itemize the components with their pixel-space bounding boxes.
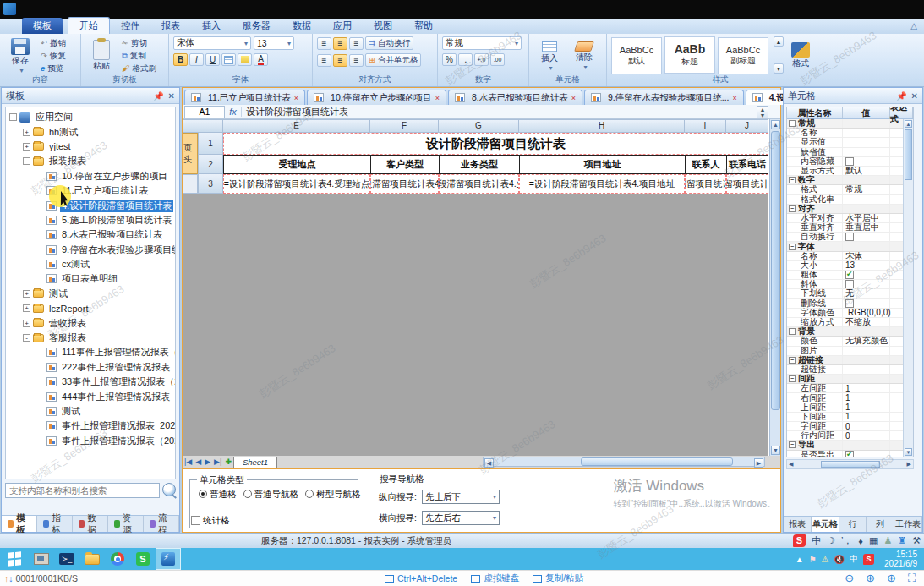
- ime-person-icon[interactable]: ♟: [883, 535, 892, 546]
- sidebar-tab-5[interactable]: 流程: [144, 516, 179, 532]
- header-cell[interactable]: 客户类型: [370, 155, 439, 174]
- sheet-horizontal-scrollbar[interactable]: ◀ ▶: [483, 457, 765, 467]
- panel-tab-1[interactable]: 报表: [784, 517, 812, 532]
- sheet-vertical-scrollbar[interactable]: ▲ ▼: [769, 119, 780, 456]
- tree-item[interactable]: -报装报表: [6, 154, 175, 168]
- tree-item[interactable]: cx测试: [6, 257, 175, 271]
- virtual-keyboard-button[interactable]: 虚拟键盘: [471, 572, 519, 584]
- tray-flag-icon[interactable]: ⚑: [809, 555, 817, 564]
- cell-type-radio-3[interactable]: 树型导航格: [305, 489, 361, 501]
- ime-mic-icon[interactable]: ♦: [858, 536, 863, 546]
- header-cell[interactable]: 联系人: [685, 155, 726, 174]
- preview-button[interactable]: e预览: [41, 63, 66, 74]
- expand-icon[interactable]: +: [23, 290, 30, 298]
- collapse-icon[interactable]: -: [23, 334, 30, 342]
- header-cell[interactable]: 受理地点: [223, 155, 370, 174]
- grid-vertical-scrollbar[interactable]: ▲ ▼: [903, 119, 913, 457]
- style-gallery-down-button[interactable]: ▼: [774, 63, 784, 74]
- scroll-left-icon[interactable]: ◀: [484, 458, 494, 468]
- zoom-out-icon[interactable]: ⊖: [845, 572, 854, 585]
- ime-moon-icon[interactable]: ☽: [827, 535, 835, 546]
- ime-wrench-icon[interactable]: ⚒: [912, 535, 921, 546]
- chrome-icon[interactable]: [105, 548, 130, 570]
- formula-cell[interactable]: =设计阶段滞留项目统计表4.业务类型: [439, 174, 519, 194]
- taskbar-clock[interactable]: 15:15 2021/6/9: [884, 550, 917, 568]
- pin-icon[interactable]: 📌: [153, 91, 163, 101]
- sogou-icon[interactable]: S: [793, 534, 806, 547]
- close-tab-icon[interactable]: ×: [435, 94, 440, 102]
- page-header-band[interactable]: 页头: [183, 133, 198, 174]
- expand-icon[interactable]: +: [23, 129, 30, 136]
- percent-button[interactable]: %: [442, 53, 457, 66]
- align-right-button[interactable]: ≡: [349, 54, 364, 67]
- cut-button[interactable]: ✁剪切: [122, 37, 156, 49]
- align-bottom-button[interactable]: ≡: [349, 37, 364, 50]
- ribbon-tab-1[interactable]: 模板: [22, 18, 63, 34]
- powershell-icon[interactable]: ≻_: [54, 548, 79, 570]
- collapse-icon[interactable]: −: [789, 441, 796, 448]
- formula-cell[interactable]: =设计阶段滞留项目统计表4.客户类型: [370, 174, 439, 194]
- italic-button[interactable]: I: [189, 53, 204, 66]
- format-painter-button[interactable]: 🖌格式刷: [122, 63, 156, 74]
- add-sheet-icon[interactable]: ✚: [223, 457, 233, 466]
- tree-item[interactable]: +测试: [6, 287, 175, 301]
- tree-item[interactable]: 5.施工阶段滞留项目统计表: [6, 213, 175, 227]
- close-tab-icon[interactable]: ×: [733, 94, 737, 102]
- spreadsheet[interactable]: EFGHIJ页头1设计阶段滞留项目统计表2受理地点客户类型业务类型项目地址联系人…: [183, 119, 768, 456]
- tree-item[interactable]: +hh测试: [6, 124, 175, 139]
- scroll-down-icon[interactable]: ▼: [771, 446, 780, 455]
- fill-color-button[interactable]: [238, 53, 252, 66]
- tree-item[interactable]: 33事件上报管理情况报表（2021年1月）: [6, 375, 175, 389]
- collapse-icon[interactable]: −: [789, 375, 796, 382]
- tree-item[interactable]: 项目表单明细: [6, 271, 175, 286]
- redo-button[interactable]: ↷恢复: [41, 50, 66, 62]
- tree-item[interactable]: +lczReport: [6, 301, 175, 315]
- header-cell[interactable]: 业务类型: [439, 155, 519, 174]
- bold-button[interactable]: B: [173, 53, 188, 66]
- column-header[interactable]: H: [519, 119, 685, 133]
- report-title-cell[interactable]: 设计阶段滞留项目统计表: [223, 133, 768, 155]
- tree-item[interactable]: 事件上报管理情况报表（2021年1月）: [6, 434, 175, 448]
- ribbon-tab-3[interactable]: 控件: [110, 18, 150, 34]
- sogou-app-icon[interactable]: S: [130, 548, 156, 570]
- ribbon-tab-5[interactable]: 插入: [191, 18, 232, 34]
- start-button[interactable]: [0, 548, 29, 570]
- save-button[interactable]: 保存▾: [4, 36, 36, 75]
- ribbon-tab-9[interactable]: 视图: [363, 18, 403, 34]
- collapse-icon[interactable]: −: [789, 205, 796, 212]
- fullscreen-icon[interactable]: ⛶: [908, 572, 916, 585]
- decrease-decimal-button[interactable]: .00: [490, 53, 505, 66]
- collapse-icon[interactable]: −: [789, 328, 796, 335]
- column-header[interactable]: I: [685, 119, 726, 133]
- tray-network-icon[interactable]: ⚠: [822, 555, 829, 564]
- header-cell[interactable]: 联系电话: [726, 155, 768, 174]
- paste-button[interactable]: 粘贴: [85, 36, 118, 75]
- formula-cell[interactable]: =设计阶段滞留项目统计表4.项目地址: [519, 174, 685, 194]
- fx-icon[interactable]: fx: [225, 107, 242, 117]
- tree-item[interactable]: 111事件上报管理情况报表（2021年1月）: [6, 345, 175, 359]
- tree-item[interactable]: +yjtest: [6, 140, 175, 154]
- tree-item[interactable]: 11.已立户项目统计表: [6, 183, 175, 198]
- collapse-icon[interactable]: −: [789, 357, 796, 364]
- style-chip-2[interactable]: AaBb标题: [664, 36, 715, 74]
- cell-type-radio-2[interactable]: 普通导航格: [243, 489, 299, 501]
- tree-item[interactable]: 事件上报管理情况报表_2021年1月: [6, 419, 175, 433]
- ime-skin-icon[interactable]: ♜: [898, 535, 906, 546]
- ime-keyboard-icon[interactable]: ▦: [869, 535, 878, 546]
- vertical-nav-select[interactable]: 先上后下▾: [422, 490, 500, 504]
- ribbon-tab-7[interactable]: 数据: [282, 18, 322, 34]
- comma-button[interactable]: ，: [458, 53, 473, 66]
- tray-lang-icon[interactable]: 中: [850, 553, 858, 565]
- cell-reference-box[interactable]: A1: [184, 106, 225, 118]
- document-tab[interactable]: 10.停留在立户步骤的项目×: [307, 90, 446, 105]
- tree-item[interactable]: 测试: [6, 404, 175, 419]
- row-header[interactable]: 1: [198, 133, 223, 155]
- sheet-nav-last-icon[interactable]: ▶|: [212, 457, 223, 466]
- ribbon-collapse-icon[interactable]: △: [910, 21, 917, 30]
- underline-button[interactable]: U: [205, 53, 220, 66]
- tray-volume-icon[interactable]: 🔇: [834, 555, 845, 564]
- document-tab[interactable]: 9.停留在水表报验步骤项目统...×: [584, 90, 744, 105]
- sidebar-tab-1[interactable]: 模板: [2, 516, 37, 532]
- align-left-button[interactable]: ≡: [317, 54, 331, 67]
- grid-horizontal-scrollbar[interactable]: ◀▶: [786, 459, 914, 469]
